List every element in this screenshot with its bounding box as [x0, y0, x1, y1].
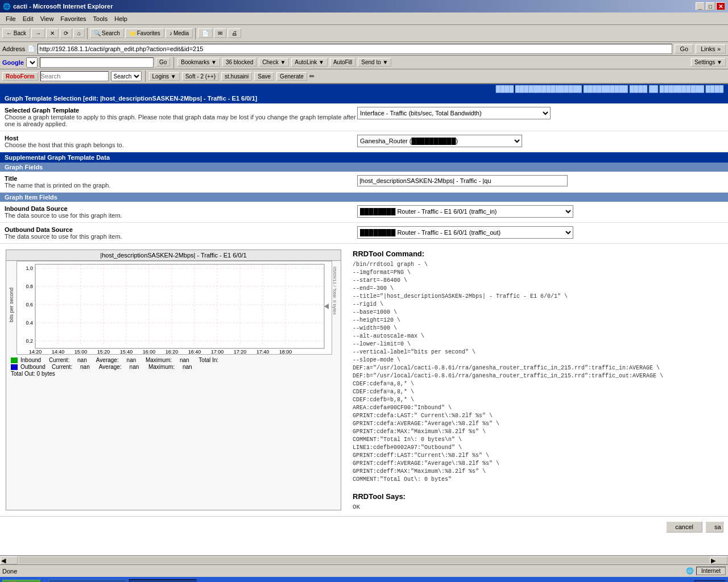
title-bar: 🌐 cacti - Microsoft Internet Explorer _ …	[0, 0, 728, 13]
template-label-col: Selected Graph Template Choose a graph t…	[5, 107, 357, 127]
status-bar: Done 🌐 Internet	[0, 564, 728, 577]
graph-legend: Inbound Current: nan Average: nan Maximu…	[6, 355, 341, 379]
autofill-button[interactable]: AutoFill	[330, 58, 355, 66]
search-button[interactable]: 🔍 Search	[90, 28, 124, 38]
svg-text:17:40: 17:40	[257, 349, 270, 355]
template-select[interactable]: Interface - Traffic (bits/sec, Total Ban…	[357, 107, 551, 119]
blocked-button[interactable]: 36 blocked	[222, 58, 257, 66]
outbound-legend-text: Outbound Current: nan Average: nan Maxim…	[20, 364, 192, 370]
graph-preview-title: |host_descriptionSASKEN-2Mbps| - Traffic…	[6, 250, 341, 261]
google-label: Google	[2, 59, 24, 66]
bottom-buttons: cancel sa	[0, 516, 728, 537]
google-go-button[interactable]: Go	[156, 58, 170, 66]
roboform-search-type[interactable]: Search	[111, 71, 142, 81]
legend-total-out: Total Out: 0 bytes	[11, 371, 336, 377]
menu-favorites[interactable]: Favorites	[57, 14, 89, 23]
print-button[interactable]: 🖨	[228, 28, 241, 38]
top-link-bar: ████ ███████████████ ██████████ ████ ██ …	[0, 84, 728, 93]
scroll-track	[19, 558, 709, 563]
graph-item-fields-label: Graph Item Fields	[5, 194, 57, 201]
inbound-field-desc: The data source to use for this graph it…	[5, 212, 357, 219]
graph-svg: 1.0 0.8 0.6 0.4 0.2	[16, 261, 332, 355]
settings-button[interactable]: Settings ▼	[691, 58, 726, 66]
google-sep	[173, 57, 174, 68]
status-right: 🌐 Internet	[686, 567, 726, 575]
inbound-select[interactable]: ████████ Router - Traffic - E1 6/0/1 (tr…	[357, 205, 573, 218]
h-scrollbar[interactable]: ◀ ▶	[0, 555, 728, 564]
rf-save-button[interactable]: Save	[254, 72, 274, 81]
taskbar-task1[interactable]: Post a new topic - Micros...	[48, 579, 127, 582]
soft-button[interactable]: Soft - 2 (++)	[182, 72, 219, 81]
scroll-left-btn[interactable]: ◀	[1, 556, 18, 564]
inbound-field-name: Inbound Data Source	[5, 205, 357, 212]
home-button[interactable]: ⌂	[73, 28, 85, 38]
outbound-row: Outbound Data Source The data source to …	[0, 223, 728, 244]
graph-sidebar-label: 05/09/11 / Total: 0 bytes	[329, 267, 337, 355]
status-done: Done	[2, 568, 17, 575]
address-label: Address	[2, 45, 25, 52]
go-button[interactable]: Go	[675, 44, 693, 53]
cancel-button[interactable]: cancel	[666, 521, 702, 533]
rrd-says-value: OK	[353, 504, 722, 510]
menu-help[interactable]: Help	[111, 14, 131, 23]
favorites-button[interactable]: ⭐ Favorites	[125, 28, 164, 38]
generate-button[interactable]: Generate	[276, 72, 307, 81]
menu-edit[interactable]: Edit	[19, 14, 37, 23]
graph-preview: |host_descriptionSASKEN-2Mbps| - Traffic…	[6, 250, 341, 510]
refresh-button[interactable]: ⟳	[60, 28, 72, 38]
save-button[interactable]: sa	[705, 521, 723, 533]
roboform-logo[interactable]: RoboForm	[2, 72, 38, 81]
google-search-input[interactable]	[40, 57, 154, 68]
zone-icon: 🌐	[686, 567, 694, 575]
sendto-button[interactable]: Send to ▼	[358, 58, 391, 66]
maximize-button[interactable]: □	[706, 2, 715, 10]
inbound-legend-text: Inbound Current: nan Average: nan Maximu…	[20, 357, 218, 363]
check-button[interactable]: Check ▼	[259, 58, 289, 66]
title-input[interactable]	[357, 175, 568, 186]
title-field-desc: The name that is printed on the graph.	[5, 182, 357, 189]
svg-rect-21	[35, 264, 324, 348]
logins-button[interactable]: Logins ▼	[149, 72, 180, 81]
taskbar-task2[interactable]: cacti - Microsoft Inter...	[129, 579, 197, 582]
inbound-color	[11, 357, 18, 363]
back-button[interactable]: ← Back	[2, 28, 30, 38]
toolbar-separator-1	[87, 28, 88, 39]
user-button[interactable]: st.husaini	[221, 72, 252, 81]
supplemental-section-header: Supplemental Graph Template Data	[0, 152, 728, 163]
address-input[interactable]	[38, 44, 672, 54]
outbound-field-name: Outbound Data Source	[5, 226, 357, 233]
title-bar-controls[interactable]: _ □ ✕	[696, 2, 725, 10]
links-button[interactable]: Links »	[696, 44, 726, 53]
host-select[interactable]: Ganesha_Router (██████████)	[357, 135, 522, 147]
media-button[interactable]: ♪ Media	[166, 28, 193, 38]
bookmarks-button[interactable]: Bookmarks ▼	[177, 58, 220, 66]
svg-text:14:20: 14:20	[29, 349, 42, 355]
title-row: Title The name that is printed on the gr…	[0, 172, 728, 193]
menu-view[interactable]: View	[37, 14, 57, 23]
outbound-select[interactable]: ████████ Router - Traffic - E1 6/0/1 (tr…	[357, 226, 573, 239]
content-area: ████ ███████████████ ██████████ ████ ██ …	[0, 84, 728, 555]
roboform-search-input[interactable]	[40, 71, 109, 81]
menu-file[interactable]: File	[2, 14, 19, 23]
outbound-label-col: Outbound Data Source The data source to …	[5, 226, 357, 240]
mail-button[interactable]: ✉	[214, 28, 226, 38]
graph-template-section-header: Graph Template Selection [edit: |host_de…	[0, 93, 728, 103]
history-button[interactable]: 📄	[198, 28, 213, 38]
close-button[interactable]: ✕	[716, 2, 725, 10]
graph-template-title: Graph Template Selection [edit: |host_de…	[5, 95, 257, 102]
stop-button[interactable]: ✕	[46, 28, 59, 38]
autolink-button[interactable]: AutoLink ▼	[291, 58, 328, 66]
forward-button[interactable]: →	[31, 28, 45, 38]
minimize-button[interactable]: _	[696, 2, 705, 10]
graph-area-wrapper: bits per second 1.0 0.8 0.6 0.4 0.2	[6, 261, 341, 355]
top-link[interactable]: ████ ███████████████ ██████████ ████ ██ …	[496, 85, 723, 92]
toolbar: ← Back → ✕ ⟳ ⌂ 🔍 Search ⭐ Favorites ♪ Me…	[0, 25, 728, 42]
graph-rrd-container: |host_descriptionSASKEN-2Mbps| - Traffic…	[0, 244, 728, 516]
address-icon: 📄	[27, 45, 35, 52]
google-bar: Google G Go Bookmarks ▼ 36 blocked Check…	[0, 56, 728, 69]
start-button[interactable]: 🪟 Start	[2, 580, 41, 582]
scroll-right-btn[interactable]: ▶	[710, 556, 727, 564]
google-lang-select[interactable]: G	[26, 57, 38, 68]
template-field-name: Selected Graph Template	[5, 107, 357, 114]
menu-tools[interactable]: Tools	[90, 14, 111, 23]
